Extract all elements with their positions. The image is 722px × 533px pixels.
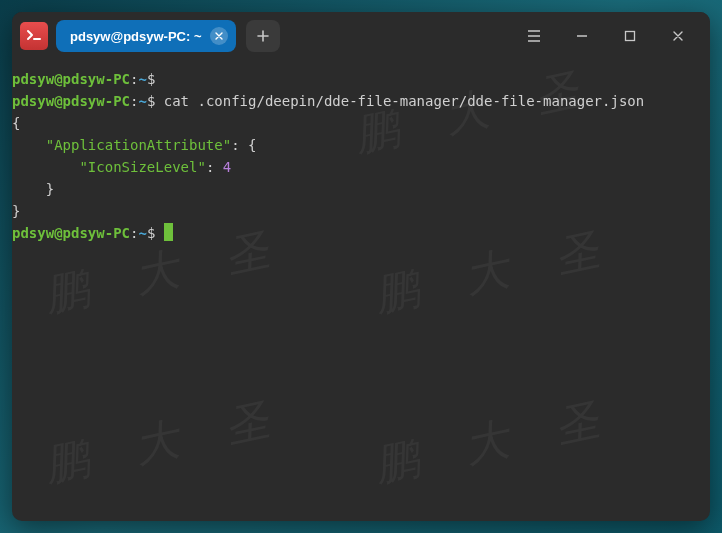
maximize-button[interactable] [606,12,654,60]
active-tab[interactable]: pdsyw@pdsyw-PC: ~ [56,20,236,52]
prompt-line: pdsyw@pdsyw-PC:~$ [12,222,710,244]
minimize-icon [575,29,589,43]
output-line: "IconSizeLevel": 4 [12,156,710,178]
minimize-button[interactable] [558,12,606,60]
hamburger-icon [526,29,542,43]
watermark-text: 鹏 大 圣 [372,405,618,478]
terminal-content: pdsyw@pdsyw-PC:~$ pdsyw@pdsyw-PC:~$ cat … [12,68,710,244]
user-host: pdsyw@pdsyw-PC [12,225,130,241]
prompt-symbol: $ [147,71,155,87]
close-icon [215,32,223,40]
window-controls [510,12,702,60]
command-text: cat .config/deepin/dde-file-manager/dde-… [155,93,644,109]
tab-label: pdsyw@pdsyw-PC: ~ [70,29,202,44]
terminal-body[interactable]: 鹏 大 圣 鹏 大 圣 鹏 大 圣 鹏 大 圣 鹏 大 圣 pdsyw@pdsy… [12,60,710,521]
output-line: { [12,112,710,134]
output-line: } [12,200,710,222]
terminal-icon [26,28,42,44]
output-line: "ApplicationAttribute": { [12,134,710,156]
plus-icon [256,29,270,43]
close-window-button[interactable] [654,12,702,60]
user-host: pdsyw@pdsyw-PC [12,71,130,87]
terminal-window: pdsyw@pdsyw-PC: ~ [12,12,710,521]
maximize-icon [624,30,636,42]
menu-button[interactable] [510,12,558,60]
close-tab-button[interactable] [210,27,228,45]
cursor [164,223,173,241]
new-tab-button[interactable] [246,20,280,52]
terminal-app-icon [20,22,48,50]
prompt-line: pdsyw@pdsyw-PC:~$ cat .config/deepin/dde… [12,90,710,112]
cwd: ~ [138,225,146,241]
watermark-text: 鹏 大 圣 [42,405,288,478]
prompt-line: pdsyw@pdsyw-PC:~$ [12,68,710,90]
svg-rect-5 [626,32,635,41]
cwd: ~ [138,71,146,87]
close-icon [672,30,684,42]
cwd: ~ [138,93,146,109]
output-line: } [12,178,710,200]
user-host: pdsyw@pdsyw-PC [12,93,130,109]
watermark-text: 鹏 大 圣 [372,235,618,308]
watermark-text: 鹏 大 圣 [42,235,288,308]
titlebar: pdsyw@pdsyw-PC: ~ [12,12,710,60]
